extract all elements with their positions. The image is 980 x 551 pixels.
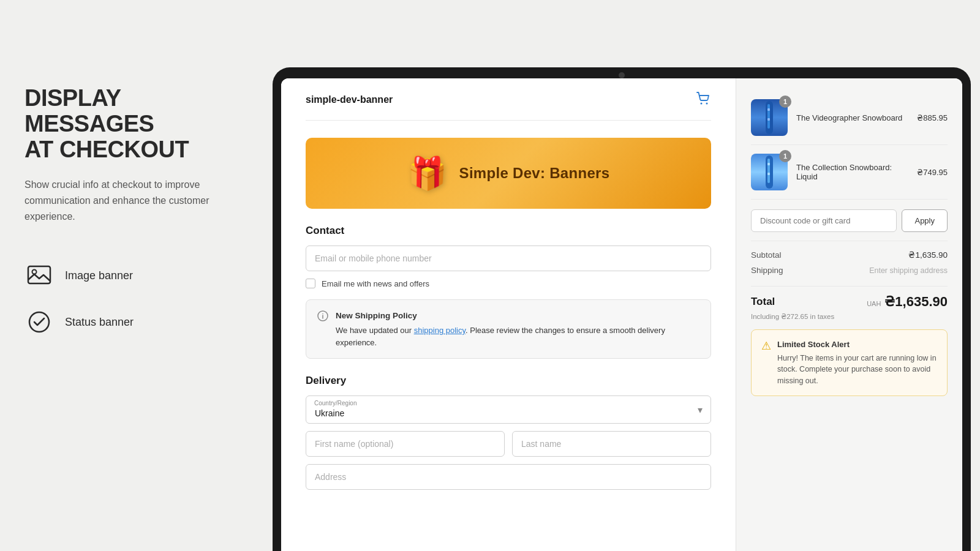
tablet-camera [619,72,625,78]
totals-section: Subtotal ₴1,635.90 Shipping Enter shippi… [751,241,948,287]
alert-content: Limited Stock Alert Hurry! The items in … [777,339,937,387]
store-header: simple-dev-banner [306,78,711,121]
subtitle-text: Show crucial info at checkout to improve… [24,177,239,224]
svg-rect-12 [767,159,770,183]
info-content: New Shipping Policy We have updated our … [336,310,699,348]
shipping-row: Shipping Enter shipping address [751,266,948,275]
shipping-value: Enter shipping address [869,266,948,275]
cart-icon[interactable] [695,91,711,109]
product-badge-1: 1 [779,96,791,108]
svg-rect-13 [767,163,770,165]
address-input[interactable] [306,464,711,490]
feature-label-status-banner: Status banner [65,316,134,329]
alert-box: ⚠ Limited Stock Alert Hurry! The items i… [751,329,948,396]
checkout-wrapper: simple-dev-banner 🎁 [281,78,962,551]
svg-point-6 [322,313,323,315]
last-name-input[interactable] [512,431,711,457]
name-row [306,431,711,457]
product-img-wrap-2: 1 [751,154,788,190]
country-select[interactable]: Ukraine [306,395,711,424]
right-panel: simple-dev-banner 🎁 [263,0,980,551]
alert-message: Hurry! The items in your cart are runnin… [777,354,937,386]
tax-note: Including ₴272.65 in taxes [751,312,948,321]
grand-total-row: Total UAH ₴1,635.90 [751,287,948,312]
alert-title: Limited Stock Alert [777,339,937,351]
feature-item-status-banner: Status banner [24,307,239,337]
tablet-screen: simple-dev-banner 🎁 [281,78,962,551]
store-name: simple-dev-banner [306,94,393,105]
subtotal-label: Subtotal [751,250,782,260]
product-name-2: The Collection Snowboard: Liquid [796,163,908,181]
first-name-input[interactable] [306,431,505,457]
currency-code: UAH [867,300,881,307]
contact-section-title: Contact [306,225,711,237]
svg-point-4 [706,103,708,105]
banner-box-icon: 🎁 [407,155,447,192]
shipping-policy-link[interactable]: shipping policy [414,326,466,335]
checkout-sidebar: 1 The Videographer Snowboard ₴885.95 1 T… [736,78,962,551]
svg-point-2 [29,312,49,332]
image-banner-icon [24,261,54,290]
svg-rect-14 [767,173,770,175]
banner-image: 🎁 Simple Dev: Banners [306,138,711,209]
feature-label-image-banner: Image banner [65,269,133,282]
product-img-wrap-1: 1 [751,99,788,136]
discount-input[interactable] [751,209,897,232]
info-text-before: We have updated our [336,326,414,335]
product-badge-2: 1 [779,150,791,162]
grand-total-label: Total [751,296,775,308]
newsletter-row: Email me with news and offers [306,279,711,288]
discount-row: Apply [751,200,948,241]
svg-rect-0 [28,266,50,283]
shipping-label: Shipping [751,266,783,275]
subtotal-value: ₴1,635.90 [908,250,948,260]
product-price-1: ₴885.95 [917,113,948,122]
product-name-1: The Videographer Snowboard [796,113,908,122]
info-title: New Shipping Policy [336,310,699,322]
svg-rect-10 [767,118,770,121]
info-box: New Shipping Policy We have updated our … [306,299,711,359]
svg-rect-9 [767,108,770,111]
product-item-1: 1 The Videographer Snowboard ₴885.95 [751,91,948,145]
newsletter-label: Email me with news and offers [322,279,429,288]
apply-button[interactable]: Apply [902,209,948,232]
svg-rect-8 [767,104,770,129]
checkout-form: simple-dev-banner 🎁 [281,78,736,551]
delivery-section-title: Delivery [306,375,711,387]
alert-icon: ⚠ [761,339,771,353]
feature-item-image-banner: Image banner [24,261,239,290]
main-title: DISPLAY MESSAGES AT CHECKOUT [24,86,239,162]
svg-point-3 [701,103,703,105]
status-banner-icon [24,307,54,337]
tablet-mockup: simple-dev-banner 🎁 [273,67,971,551]
feature-list: Image banner Status banner [24,261,239,337]
banner-title: Simple Dev: Banners [459,165,610,182]
product-price-2: ₴749.95 [917,168,948,177]
subtotal-row: Subtotal ₴1,635.90 [751,250,948,260]
newsletter-checkbox[interactable] [306,279,315,288]
info-icon [317,310,328,324]
email-input[interactable] [306,246,711,271]
svg-point-1 [32,270,37,274]
banner-section: 🎁 Simple Dev: Banners [306,138,711,209]
left-panel: DISPLAY MESSAGES AT CHECKOUT Show crucia… [0,0,263,551]
product-item-2: 1 The Collection Snowboard: Liquid ₴749.… [751,145,948,200]
grand-total-value: UAH ₴1,635.90 [867,294,948,310]
country-select-wrap: Country/Region Ukraine ▾ [306,395,711,424]
grand-amount: ₴1,635.90 [884,294,948,310]
